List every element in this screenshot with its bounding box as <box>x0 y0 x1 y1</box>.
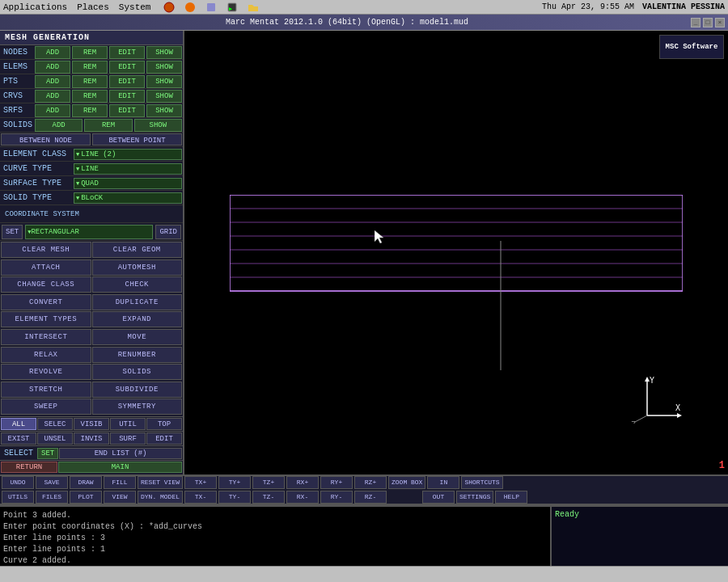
toolbar-btn-settings[interactable]: SETTINGS <box>456 491 493 504</box>
toolbar-btn-draw[interactable]: DRAW <box>70 476 102 489</box>
toolbar-btn-fill[interactable]: FILL <box>104 476 136 489</box>
toolbar-btn-save[interactable]: SAVE <box>36 476 68 489</box>
action-btn-duplicate[interactable]: DUPLICATE <box>92 294 183 310</box>
bottom-tab2-invis[interactable]: INVIS <box>74 432 109 445</box>
mesh-btn-srfs-add[interactable]: ADD <box>35 104 70 117</box>
toolbar-btn-tx-[interactable]: TX+ <box>184 476 217 489</box>
action-btn-stretch[interactable]: STRETCH <box>1 382 91 398</box>
bottom-tab-selec[interactable]: SELEC <box>37 418 73 430</box>
toolbar-btn-ry-[interactable]: RY+ <box>320 476 353 489</box>
toolbar-btn-ty-[interactable]: TY- <box>218 491 251 504</box>
action-btn-convert[interactable]: CONVERT <box>1 294 91 310</box>
mesh-btn-nodes-add[interactable]: ADD <box>35 46 70 59</box>
action-btn-relax[interactable]: RELAX <box>1 347 91 363</box>
close-button[interactable]: × <box>715 18 725 27</box>
toolbar-btn-tz-[interactable]: TZ- <box>252 491 285 504</box>
mesh-btn-nodes-show[interactable]: SHOW <box>146 46 182 59</box>
bottom-tab2-edit[interactable]: EDIT <box>146 432 182 445</box>
maximize-button[interactable]: □ <box>703 18 713 27</box>
action-btn-renumber[interactable]: RENUMBER <box>92 347 183 363</box>
toolbar-btn-rz-[interactable]: RZ+ <box>354 476 387 489</box>
mesh-btn-solids-add[interactable]: ADD <box>35 119 83 132</box>
grid-btn[interactable]: GRID <box>155 225 181 239</box>
mesh-btn-solids-show[interactable]: SHOW <box>134 119 182 132</box>
toolbar-btn-shortcuts[interactable]: SHORTCUTS <box>461 476 502 489</box>
action-btn-change-class[interactable]: CHANGE CLASS <box>1 276 91 293</box>
toolbar-btn-out[interactable]: OUT <box>422 491 455 504</box>
mesh-btn-crvs-show[interactable]: SHOW <box>146 90 182 103</box>
bottom-tab2-surf[interactable]: SURF <box>110 432 146 445</box>
toolbar-btn-tz-[interactable]: TZ+ <box>252 476 285 489</box>
mesh-btn-crvs-edit[interactable]: EDIT <box>109 90 145 103</box>
action-btn-clear-mesh[interactable]: CLEAR MESH <box>1 242 91 258</box>
mesh-btn-pts-edit[interactable]: EDIT <box>109 75 145 88</box>
action-btn-symmetry[interactable]: SYMMETRY <box>92 399 183 415</box>
mesh-btn-pts-rem[interactable]: REM <box>72 75 108 88</box>
action-btn-clear-geom[interactable]: CLEAR GEOM <box>92 242 183 258</box>
toolbar-btn-dyn--model[interactable]: DYN. MODEL <box>138 491 183 504</box>
bottom-tab-util[interactable]: UTIL <box>110 418 146 430</box>
action-btn-move[interactable]: MOVE <box>92 329 183 345</box>
taskbar-system[interactable]: System <box>119 2 151 12</box>
toolbar-btn-rz-[interactable]: RZ- <box>354 491 387 504</box>
return-button[interactable]: RETURN <box>1 462 57 473</box>
action-btn-element-types[interactable]: ELEMENT TYPES <box>1 311 91 327</box>
mesh-btn-nodes-rem[interactable]: REM <box>72 46 108 59</box>
action-btn-check[interactable]: CHECK <box>92 276 183 293</box>
toolbar-btn-plot[interactable]: PLOT <box>70 491 102 504</box>
end-list-btn[interactable]: END LIST (#) <box>59 448 182 459</box>
toolbar-btn-ty-[interactable]: TY+ <box>218 476 251 489</box>
coord-set-btn[interactable]: SET <box>2 225 23 239</box>
bottom-tab-visib[interactable]: VISIB <box>74 418 109 430</box>
element-class-dropdown[interactable]: LINE (2) <box>74 149 182 160</box>
mesh-btn-solids-rem[interactable]: REM <box>84 119 132 132</box>
action-btn-intersect[interactable]: INTERSECT <box>1 329 91 345</box>
toolbar-btn-rx-[interactable]: RX+ <box>286 476 319 489</box>
coord-dropdown[interactable]: RECTANGULAR <box>25 225 153 239</box>
toolbar-btn-view[interactable]: VIEW <box>104 491 136 504</box>
bottom-tab-all[interactable]: ALL <box>1 418 36 430</box>
minimize-button[interactable]: _ <box>691 18 700 27</box>
mesh-btn-srfs-rem[interactable]: REM <box>72 104 108 117</box>
action-btn-expand[interactable]: EXPAND <box>92 311 183 327</box>
toolbar-btn-zoom-box[interactable]: ZOOM BOX <box>388 476 425 489</box>
toolbar-btn-files[interactable]: FILES <box>36 491 68 504</box>
toolbar-btn-ry-[interactable]: RY- <box>320 491 353 504</box>
curve-type-dropdown[interactable]: LINE <box>74 163 182 175</box>
mesh-btn-pts-add[interactable]: ADD <box>35 75 70 88</box>
action-btn-subdivide[interactable]: SUBDIVIDE <box>92 382 183 398</box>
toolbar-btn-rx-[interactable]: RX- <box>286 491 319 504</box>
mesh-btn-pts-show[interactable]: SHOW <box>146 75 182 88</box>
mesh-btn-crvs-add[interactable]: ADD <box>35 90 70 103</box>
main-button[interactable]: MAIN <box>58 462 182 473</box>
mesh-btn-elems-rem[interactable]: REM <box>72 61 108 74</box>
surface-type-dropdown[interactable]: QUAD <box>74 178 182 189</box>
toolbar-btn-help[interactable]: HELP <box>495 491 527 504</box>
between-point-btn[interactable]: BETWEEN POINT <box>92 133 182 146</box>
mesh-btn-elems-show[interactable]: SHOW <box>146 61 182 74</box>
mesh-btn-elems-add[interactable]: ADD <box>35 61 70 74</box>
mesh-btn-srfs-edit[interactable]: EDIT <box>109 104 145 117</box>
bottom-tab-top[interactable]: TOP <box>146 418 182 430</box>
taskbar-places[interactable]: Places <box>77 2 109 12</box>
action-btn-solids[interactable]: SOLIDS <box>92 364 183 380</box>
viewport[interactable]: MSC Software <box>184 31 728 474</box>
bottom-tab2-exist[interactable]: EXIST <box>1 432 36 445</box>
between-node-btn[interactable]: BETWEEN NODE <box>1 133 91 146</box>
solid-type-dropdown[interactable]: BLoCK <box>74 192 182 204</box>
mesh-btn-srfs-show[interactable]: SHOW <box>146 104 182 117</box>
bottom-tab2-unsel[interactable]: UNSEL <box>37 432 73 445</box>
action-btn-revolve[interactable]: REVOLVE <box>1 364 91 380</box>
mesh-btn-elems-edit[interactable]: EDIT <box>109 61 145 74</box>
action-btn-attach[interactable]: ATTACH <box>1 259 91 276</box>
taskbar-apps[interactable]: Applications <box>3 2 67 12</box>
toolbar-btn-in[interactable]: IN <box>427 476 459 489</box>
toolbar-btn-undo[interactable]: UNDO <box>2 476 34 489</box>
action-btn-sweep[interactable]: SWEEP <box>1 399 91 415</box>
toolbar-btn-tx-[interactable]: TX- <box>184 491 217 504</box>
mesh-btn-nodes-edit[interactable]: EDIT <box>109 46 145 59</box>
select-set-btn[interactable]: SET <box>37 448 58 459</box>
toolbar-btn-reset-view[interactable]: RESET VIEW <box>138 476 183 489</box>
mesh-btn-crvs-rem[interactable]: REM <box>72 90 108 103</box>
action-btn-automesh[interactable]: AUTOMESH <box>92 259 183 276</box>
